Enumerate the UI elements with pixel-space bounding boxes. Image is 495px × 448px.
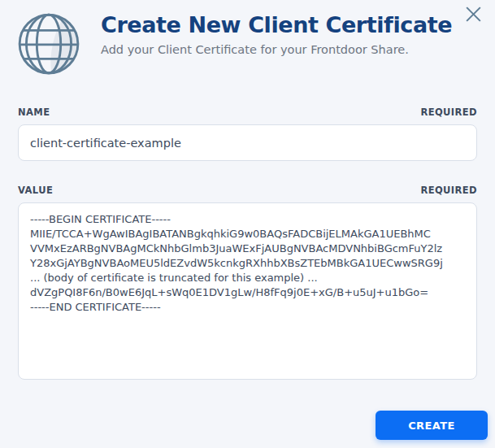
close-button[interactable] [459,2,487,29]
create-button[interactable]: CREATE [376,411,488,440]
value-label-row: VALUE REQUIRED [18,185,477,196]
name-label-row: NAME REQUIRED [18,107,477,118]
header-text: Create New Client Certificate Add your C… [101,13,452,56]
name-label: NAME [18,107,50,118]
page-subtitle: Add your Client Certificate for your Fro… [101,43,452,56]
name-required-badge: REQUIRED [420,107,477,118]
value-label: VALUE [18,185,53,196]
close-icon [463,4,484,27]
dialog-header: Create New Client Certificate Add your C… [18,0,477,85]
name-input[interactable] [18,124,477,161]
value-textarea[interactable]: -----BEGIN CERTIFICATE----- MIIE/TCCA+Wg… [18,202,477,380]
create-client-certificate-dialog: Create New Client Certificate Add your C… [0,0,495,448]
globe-icon [11,7,86,85]
value-required-badge: REQUIRED [420,185,477,196]
page-title: Create New Client Certificate [101,13,452,37]
